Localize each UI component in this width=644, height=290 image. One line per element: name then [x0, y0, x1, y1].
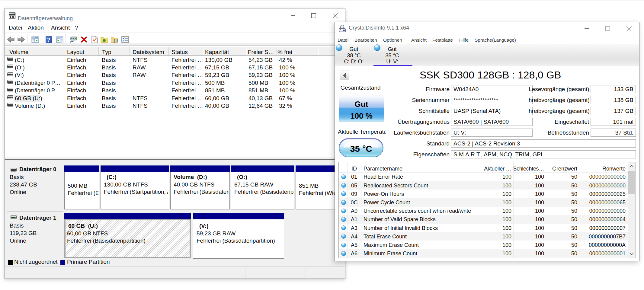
svg-text:?: ? [47, 37, 50, 43]
